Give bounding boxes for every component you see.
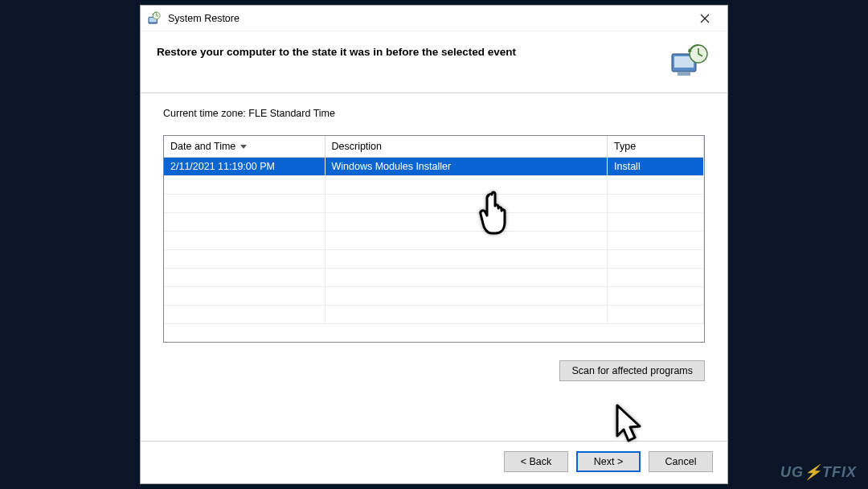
window-title: System Restore bbox=[168, 13, 689, 24]
scan-affected-programs-button[interactable]: Scan for affected programs bbox=[559, 360, 705, 381]
column-header-type[interactable]: Type bbox=[608, 136, 704, 158]
system-restore-icon bbox=[147, 11, 162, 26]
next-button[interactable]: Next > bbox=[576, 451, 641, 472]
table-row bbox=[164, 269, 704, 287]
table-row bbox=[164, 213, 704, 232]
footer: < Back Next > Cancel bbox=[141, 441, 727, 483]
cell-description: Windows Modules Installer bbox=[325, 158, 608, 176]
content: Current time zone: FLE Standard Time Dat… bbox=[141, 93, 727, 441]
table-row bbox=[164, 195, 704, 213]
sort-down-icon bbox=[240, 145, 247, 149]
watermark: UG⚡TFIX bbox=[780, 463, 857, 481]
back-button[interactable]: < Back bbox=[504, 451, 568, 472]
table-row bbox=[164, 287, 704, 306]
timezone-label: Current time zone: FLE Standard Time bbox=[163, 108, 705, 119]
cell-type: Install bbox=[608, 158, 704, 176]
table-row bbox=[164, 306, 704, 324]
system-restore-graphic-icon bbox=[669, 43, 711, 78]
header: Restore your computer to the state it wa… bbox=[141, 31, 727, 93]
close-button[interactable] bbox=[689, 7, 721, 30]
cancel-button[interactable]: Cancel bbox=[649, 451, 713, 472]
table-row bbox=[164, 232, 704, 250]
close-icon bbox=[700, 14, 710, 23]
svg-rect-8 bbox=[678, 72, 690, 76]
restore-points-table[interactable]: Date and Time Description Type 2/11/2021… bbox=[163, 135, 705, 343]
column-header-description[interactable]: Description bbox=[325, 136, 608, 158]
cell-date: 2/11/2021 11:19:00 PM bbox=[164, 158, 325, 176]
page-heading: Restore your computer to the state it wa… bbox=[157, 43, 669, 58]
table-row bbox=[164, 176, 704, 195]
titlebar: System Restore bbox=[141, 6, 727, 31]
table-row[interactable]: 2/11/2021 11:19:00 PM Windows Modules In… bbox=[164, 158, 704, 176]
system-restore-window: System Restore Restore your computer to … bbox=[140, 5, 728, 484]
column-header-date[interactable]: Date and Time bbox=[164, 136, 325, 158]
table-row bbox=[164, 250, 704, 269]
